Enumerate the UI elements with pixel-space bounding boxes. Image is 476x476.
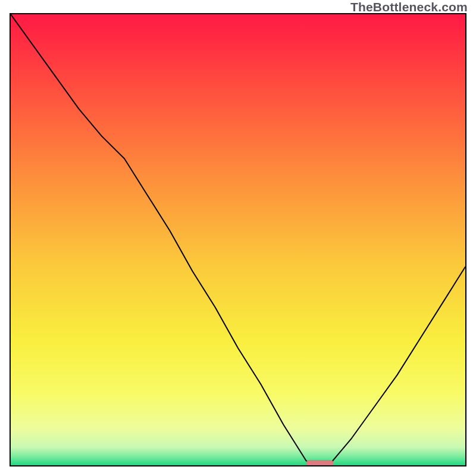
plot-area	[10, 13, 466, 466]
attribution-text: TheBottleneck.com	[350, 0, 468, 14]
heat-gradient	[11, 14, 465, 465]
bottleneck-chart: TheBottleneck.com	[0, 0, 476, 476]
svg-rect-0	[11, 14, 465, 465]
